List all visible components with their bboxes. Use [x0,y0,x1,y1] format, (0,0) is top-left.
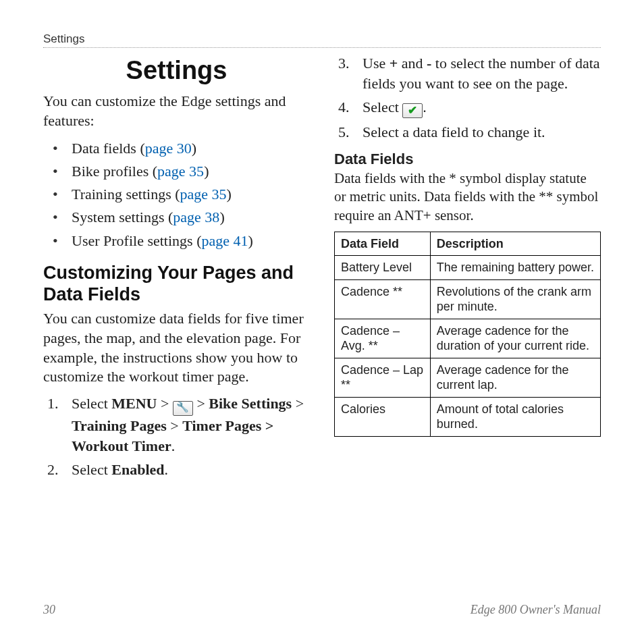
step-4: Select ✔. [334,97,601,118]
step-text: Select a data field to change it. [363,124,545,140]
bullet-after: ) [192,140,196,157]
running-header: Settings [43,32,601,48]
data-fields-table: Data Field Description Battery Level The… [334,232,601,437]
table-row: Cadence ** Revolutions of the crank arm … [335,279,601,319]
list-item: Training settings (page 35) [43,183,310,206]
table-row: Calories Amount of total calories burned… [335,397,601,436]
cell-field: Cadence – Avg. ** [335,319,431,358]
cell-description: Average cadence for the current lap. [430,358,600,397]
bullet-after: ) [219,209,224,225]
list-item: Data fields (page 30) [43,137,310,160]
step-text: Select [363,99,402,115]
wrench-icon: 🔧 [173,401,193,416]
check-icon: ✔ [402,103,423,118]
section-heading-customize: Customizing Your Pages and Data Fields [43,262,310,306]
plus-label: + [390,55,398,72]
list-item: Bike profiles (page 35) [43,160,310,183]
cell-field: Cadence – Lap ** [335,358,431,397]
page-link[interactable]: page 35 [157,163,204,180]
page-number: 30 [43,603,55,617]
step-text: Select [72,395,111,412]
step-1: Select MENU > 🔧 > Bike Settings > Traini… [43,394,310,456]
cell-description: Revolutions of the crank arm per minute. [430,279,600,319]
steps-right: Use + and - to select the number of data… [334,53,601,142]
menu-label: MENU [111,395,157,412]
bike-settings-label: Bike Settings [209,395,292,412]
bullet-text: System settings ( [72,209,173,225]
step-text: Use [363,55,390,72]
table-header-row: Data Field Description [335,232,601,256]
cell-description: Average cadence for the duration of your… [430,319,600,358]
data-fields-heading: Data Fields [334,151,601,168]
bullet-list: Data fields (page 30) Bike profiles (pag… [43,137,310,252]
manual-title: Edge 800 Owner's Manual [471,603,601,617]
cell-field: Battery Level [335,256,431,280]
bullet-after: ) [204,163,209,180]
page-link[interactable]: page 38 [173,209,219,225]
cell-description: The remaining battery power. [430,256,600,280]
bullet-text: User Profile settings ( [72,232,201,249]
col-header-field: Data Field [335,232,431,256]
step-5: Select a data field to change it. [334,122,601,142]
bullet-text: Data fields ( [72,140,145,157]
period: . [171,437,176,454]
enabled-label: Enabled [111,461,164,478]
table-row: Cadence – Avg. ** Average cadence for th… [335,319,601,358]
bullet-text: Bike profiles ( [72,163,157,180]
page-link[interactable]: page 30 [145,140,192,157]
bullet-after: ) [248,232,253,249]
sep: > [157,395,172,412]
intro-text: You can customize the Edge settings and … [43,92,310,130]
step-text: and [398,55,427,72]
steps-left: Select MENU > 🔧 > Bike Settings > Traini… [43,394,310,480]
cell-field: Cadence ** [335,279,431,319]
period: . [165,461,169,478]
bullet-after: ) [227,186,232,203]
col-header-description: Description [430,232,600,256]
sep: > [193,395,209,412]
page-link[interactable]: page 41 [201,232,248,249]
period: . [423,99,427,115]
sep: > [167,417,182,434]
step-3: Use + and - to select the number of data… [334,53,601,93]
step-2: Select Enabled. [43,460,310,480]
page-title: Settings [43,56,310,85]
bullet-text: Training settings ( [72,186,180,203]
training-pages-label: Training Pages [72,417,167,434]
customize-paragraph: You can customize data fields for five t… [43,309,310,386]
list-item: User Profile settings (page 41) [43,230,310,252]
data-fields-paragraph: Data fields with the * symbol display st… [334,169,601,225]
table-row: Cadence – Lap ** Average cadence for the… [335,358,601,397]
cell-field: Calories [335,397,431,436]
table-row: Battery Level The remaining battery powe… [335,256,601,280]
right-column: Use + and - to select the number of data… [334,53,601,589]
left-column: Settings You can customize the Edge sett… [43,53,310,589]
page-link[interactable]: page 35 [180,186,227,203]
cell-description: Amount of total calories burned. [430,397,600,436]
step-text: Select [72,461,111,478]
page-footer: 30 Edge 800 Owner's Manual [43,603,601,617]
list-item: System settings (page 38) [43,206,310,229]
sep: > [292,395,304,412]
